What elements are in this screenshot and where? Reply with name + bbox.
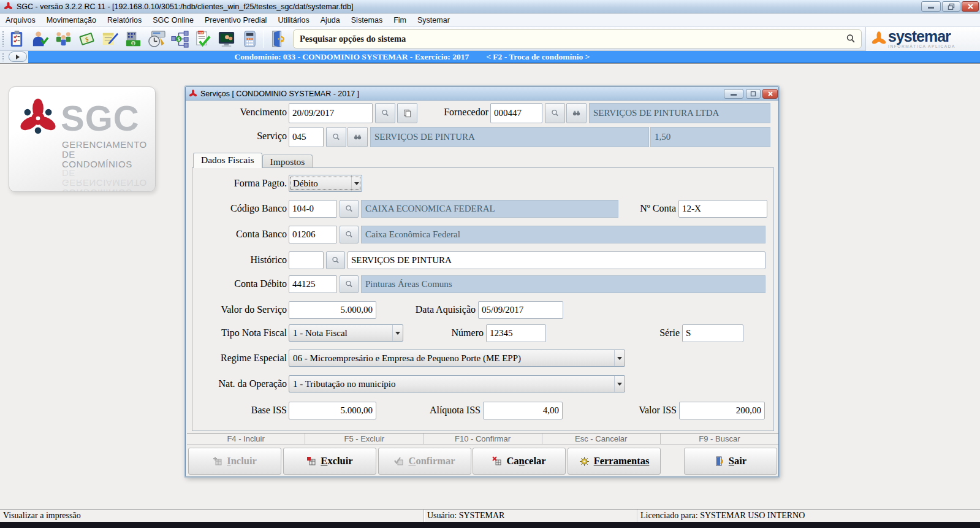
sgc-line2: CONDOMÍNIOS bbox=[62, 159, 155, 169]
vencimento-copy-button[interactable] bbox=[397, 103, 417, 123]
historico-code-input[interactable] bbox=[289, 251, 324, 269]
sair-button[interactable]: Sair bbox=[684, 448, 777, 475]
menu-sgc-online[interactable]: SGC Online bbox=[147, 15, 199, 26]
menu-preventivo-predial[interactable]: Preventivo Predial bbox=[199, 15, 272, 26]
natureza-label: Nat. da Operação bbox=[198, 378, 287, 389]
dialog-title: Serviços [ CONDOMINIO SYSTEMAR - 2017 ] bbox=[200, 90, 359, 98]
serie-input[interactable] bbox=[682, 324, 743, 342]
dialog-restore-button[interactable] bbox=[746, 89, 761, 99]
cancelar-button[interactable]: Cancelar bbox=[473, 448, 566, 475]
status-hint: Visualizar a impressão bbox=[0, 510, 424, 522]
menu-relatorios[interactable]: Relatórios bbox=[102, 15, 147, 26]
forma-pagto-select[interactable]: Débito bbox=[289, 175, 362, 192]
tipo-nota-select[interactable]: 1 - Nota Fiscal bbox=[289, 324, 403, 342]
chevron-down-icon bbox=[392, 325, 403, 341]
incluir-button[interactable]: Incluir bbox=[188, 448, 281, 475]
client-check-icon[interactable] bbox=[29, 28, 51, 50]
dialog-close-button[interactable] bbox=[762, 89, 778, 99]
cancel-x-icon bbox=[492, 456, 502, 466]
servico-label: Serviço bbox=[198, 131, 287, 142]
fkey-f5-excluir: F5 - Excluir bbox=[305, 434, 424, 444]
brand-name: systemar bbox=[888, 29, 955, 44]
sgc-line1: GERENCIAMENTO DE bbox=[62, 140, 155, 159]
vencimento-zoom-button[interactable] bbox=[375, 103, 395, 123]
valor-iss-input[interactable] bbox=[679, 402, 765, 419]
historico-zoom-button[interactable] bbox=[326, 251, 345, 269]
base-iss-input[interactable] bbox=[289, 402, 376, 419]
dialog-icon bbox=[189, 90, 197, 98]
vencimento-input[interactable] bbox=[289, 103, 373, 123]
natureza-select[interactable]: 1 - Tributação no município bbox=[289, 375, 625, 392]
exit-door-icon[interactable] bbox=[268, 28, 289, 50]
add-grid-icon bbox=[213, 456, 222, 466]
menu-utilitarios[interactable]: Utilitários bbox=[272, 15, 314, 26]
conta-banco-name-display: Caixa Econômica Federal bbox=[361, 226, 765, 243]
historico-text-input[interactable] bbox=[348, 251, 765, 269]
data-aquisicao-input[interactable] bbox=[478, 301, 563, 319]
confirm-check-icon bbox=[394, 456, 404, 466]
calculator-icon[interactable] bbox=[239, 28, 260, 50]
tab-impostos[interactable]: Impostos bbox=[262, 155, 313, 168]
condominio-bar[interactable]: Condomínio: 033 - CONDOMINIO SYSTEMAR - … bbox=[28, 51, 980, 63]
dialog-titlebar: Serviços [ CONDOMINIO SYSTEMAR - 2017 ] bbox=[186, 87, 778, 101]
servico-search-button[interactable] bbox=[348, 127, 368, 147]
servico-code-input[interactable] bbox=[289, 127, 324, 147]
codigo-banco-name-display: CAIXA ECONOMICA FEDERAL bbox=[361, 200, 618, 218]
menu-fim[interactable]: Fim bbox=[388, 15, 412, 26]
conta-debito-name-display: Pinturas Áreas Comuns bbox=[361, 275, 765, 293]
fornecedor-search-button[interactable] bbox=[566, 103, 587, 123]
chevron-down-icon bbox=[351, 175, 362, 191]
fornecedor-code-input[interactable] bbox=[490, 103, 542, 123]
codigo-banco-input[interactable] bbox=[289, 200, 337, 218]
accounts-tree-icon[interactable]: $ bbox=[169, 28, 191, 50]
conta-debito-input[interactable] bbox=[289, 275, 337, 293]
gear-icon bbox=[579, 456, 590, 467]
systemar-brand: systemar INFORMÁTICA APLICADA bbox=[865, 27, 980, 51]
notes-pen-icon[interactable] bbox=[99, 28, 121, 50]
numero-input[interactable] bbox=[486, 324, 546, 342]
window-title: SGC - versão 3.2.2 RC 11 - [192.168.0.10… bbox=[17, 2, 353, 11]
building-finance-icon[interactable]: $ bbox=[123, 28, 144, 50]
report-clipboard-icon[interactable] bbox=[6, 28, 28, 50]
tab-dados-fiscais[interactable]: Dados Fiscais bbox=[193, 153, 262, 168]
valor-servico-input[interactable] bbox=[289, 301, 376, 319]
menu-arquivos[interactable]: Arquivos bbox=[0, 15, 41, 26]
conta-debito-label: Conta Débito bbox=[198, 278, 287, 289]
fkey-f10-confirmar: F10 - Confirmar bbox=[424, 434, 542, 444]
search-input[interactable] bbox=[298, 33, 846, 45]
menu-sistemas[interactable]: Sistemas bbox=[346, 15, 388, 26]
residents-group-icon[interactable] bbox=[53, 28, 74, 50]
txt-export-icon[interactable]: TXT bbox=[192, 28, 214, 50]
fkey-f9-buscar: F9 - Buscar bbox=[661, 434, 778, 444]
fornecedor-zoom-button[interactable] bbox=[545, 103, 565, 123]
ferramentas-button[interactable]: Ferramentas bbox=[568, 448, 661, 475]
menu-movimentacao[interactable]: Movimentação bbox=[41, 15, 102, 26]
regime-select[interactable]: 06 - Microempresário e Empresa de Pequen… bbox=[289, 350, 625, 367]
conta-debito-zoom-button[interactable] bbox=[340, 275, 359, 293]
ledger-book-icon[interactable]: $ bbox=[76, 28, 97, 50]
aliquota-iss-input[interactable] bbox=[483, 402, 563, 419]
codigo-banco-label: Código Banco bbox=[198, 203, 287, 214]
scheduler-clock-icon[interactable] bbox=[146, 28, 167, 50]
window-close-button[interactable] bbox=[962, 1, 979, 12]
dialog-minimize-button[interactable] bbox=[724, 89, 743, 99]
condo-expand-button[interactable] bbox=[9, 52, 27, 62]
status-user: Usuário: SYSTEMAR bbox=[424, 510, 637, 522]
confirmar-button[interactable]: Confirmar bbox=[378, 448, 471, 475]
window-restore-button[interactable] bbox=[942, 1, 960, 12]
conta-banco-input[interactable] bbox=[289, 226, 337, 243]
num-conta-label: Nº Conta bbox=[622, 203, 676, 214]
excluir-button[interactable]: Excluir bbox=[283, 448, 376, 475]
search-icon[interactable] bbox=[846, 34, 856, 44]
remote-support-icon[interactable] bbox=[216, 28, 237, 50]
workspace: SGC GERENCIAMENTO DE CONDOMÍNIOS CONDOMÍ… bbox=[0, 63, 980, 509]
menu-systemar[interactable]: Systemar bbox=[412, 15, 455, 26]
vencimento-label: Vencimento bbox=[198, 107, 287, 118]
servico-zoom-button[interactable] bbox=[326, 127, 346, 147]
conta-banco-zoom-button[interactable] bbox=[340, 226, 359, 243]
codigo-banco-zoom-button[interactable] bbox=[340, 200, 359, 218]
data-aquisicao-label: Data Aquisição bbox=[396, 304, 476, 315]
menu-ajuda[interactable]: Ajuda bbox=[315, 15, 346, 26]
window-minimize-button[interactable] bbox=[921, 1, 941, 12]
num-conta-input[interactable] bbox=[678, 200, 767, 218]
